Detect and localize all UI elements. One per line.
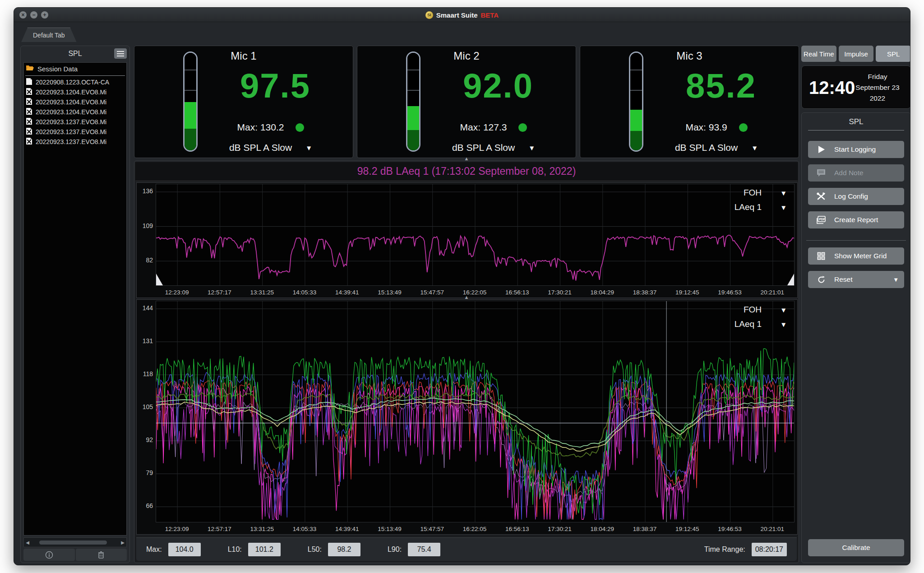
chevron-down-icon[interactable]: ▼ bbox=[780, 189, 787, 197]
session-file-item[interactable]: 20220908.1223.OCTA-CA bbox=[24, 77, 126, 87]
meter-mode-dropdown[interactable]: dB SPL A Slow ▼ bbox=[189, 142, 353, 153]
x-axis-tick: 17:30:21 bbox=[540, 526, 580, 532]
reset-button[interactable]: Reset ▼ bbox=[808, 271, 904, 288]
svg-text:PDF: PDF bbox=[819, 218, 825, 221]
collapse-up-icon[interactable]: ▲ bbox=[464, 156, 469, 161]
x-axis-tick: 17:30:21 bbox=[540, 289, 580, 296]
mic-meters-row: Mic 1 97.5 Max: 130.2 dB SPL A Slow ▼ Mi… bbox=[134, 46, 799, 158]
x-axis-tick: 13:31:25 bbox=[242, 289, 282, 296]
y-axis-tick: 131 bbox=[137, 337, 153, 345]
calibrate-button[interactable]: Calibrate bbox=[808, 539, 904, 556]
max-value: 104.0 bbox=[168, 543, 201, 556]
file-name: 20220923.1204.EVO8.Mi bbox=[36, 98, 106, 106]
y-axis-tick: 92 bbox=[137, 436, 153, 443]
y-axis-tick: 82 bbox=[137, 256, 153, 264]
start-logging-button[interactable]: Start Logging bbox=[808, 141, 904, 158]
app-logo-icon: SI bbox=[425, 11, 433, 19]
l50-value: 98.2 bbox=[328, 543, 360, 556]
level-meter bbox=[406, 51, 420, 152]
clock-weekday: Friday bbox=[851, 71, 904, 82]
x-axis-tick: 16:56:13 bbox=[497, 526, 537, 532]
lower-chart: FOH ▼ LAeq 1 ▼ 14413111810592796612:23:0… bbox=[136, 299, 798, 535]
chevron-down-icon[interactable]: ▼ bbox=[780, 204, 787, 211]
spl-value: 92.0 bbox=[425, 66, 571, 105]
sidebar-title: SPL bbox=[68, 50, 82, 58]
file-info-button[interactable] bbox=[23, 549, 75, 561]
real-time-button[interactable]: Real Time bbox=[801, 46, 836, 62]
clock-date: September 23 bbox=[851, 82, 904, 93]
chevron-down-icon[interactable]: ▼ bbox=[780, 321, 787, 328]
play-icon bbox=[817, 145, 826, 154]
y-axis-tick: 109 bbox=[137, 222, 153, 229]
x-axis-tick: 18:04:29 bbox=[582, 526, 623, 532]
x-axis-tick: 14:05:33 bbox=[284, 289, 325, 296]
impulse-button[interactable]: Impulse bbox=[839, 46, 874, 62]
x-document-icon bbox=[26, 88, 32, 97]
y-axis-tick: 136 bbox=[137, 187, 153, 195]
pdf-icon: PDF bbox=[816, 215, 826, 224]
y-axis-tick: 118 bbox=[137, 370, 153, 377]
x-document-icon bbox=[26, 137, 32, 146]
session-data-folder[interactable]: Session Data bbox=[24, 63, 126, 75]
x-axis-tick: 13:31:25 bbox=[242, 526, 282, 532]
meter-mode-dropdown[interactable]: dB SPL A Slow ▼ bbox=[634, 142, 799, 153]
create-report-button[interactable]: PDF Create Report bbox=[808, 211, 904, 228]
meter-mode-label: dB SPL A Slow bbox=[229, 142, 292, 153]
spl-charts-panel: ▲ 98.2 dB LAeq 1 (17:13:02 September 08,… bbox=[134, 161, 799, 563]
source-dropdown[interactable]: FOH bbox=[744, 305, 762, 315]
x-axis-tick: 19:46:53 bbox=[710, 289, 750, 296]
session-file-item[interactable]: 20220923.1237.EVO8.Mi bbox=[24, 117, 126, 127]
x-axis-tick: 19:12:45 bbox=[667, 526, 707, 532]
x-axis-tick: 14:39:41 bbox=[327, 526, 367, 532]
title-bar: × − + SI Smaart Suite BETA bbox=[14, 8, 910, 22]
delete-file-button[interactable] bbox=[76, 549, 127, 561]
sidebar-scrollbar[interactable]: ◀ ▶ bbox=[23, 537, 127, 547]
chevron-down-icon[interactable]: ▼ bbox=[780, 306, 787, 314]
show-meter-grid-button[interactable]: Show Meter Grid bbox=[808, 247, 904, 265]
chevron-down-icon: ▼ bbox=[893, 276, 899, 283]
upper-chart: FOH ▼ LAeq 1 ▼ 1361098212:23:0912:57:171… bbox=[136, 182, 798, 298]
x-axis-tick: 19:46:53 bbox=[710, 526, 750, 532]
folder-icon bbox=[26, 65, 34, 73]
session-file-item[interactable]: 20220923.1204.EVO8.Mi bbox=[24, 107, 126, 117]
x-axis-tick: 14:39:41 bbox=[327, 289, 367, 296]
time-range-value: 08:20:17 bbox=[752, 543, 787, 556]
x-document-icon bbox=[26, 127, 32, 136]
metric-dropdown[interactable]: LAeq 1 bbox=[735, 319, 762, 329]
spl-metrics-plot[interactable]: FOH ▼ LAeq 1 ▼ bbox=[156, 301, 795, 522]
x-axis-tick: 15:13:49 bbox=[369, 289, 410, 296]
tools-icon bbox=[816, 192, 826, 201]
session-file-item[interactable]: 20220923.1237.EVO8.Mi bbox=[24, 127, 126, 137]
max-value-label: Max: 93.9 bbox=[685, 122, 727, 133]
scroll-left-icon[interactable]: ◀ bbox=[24, 540, 31, 545]
x-axis-tick: 15:13:49 bbox=[369, 526, 410, 532]
meter-panel: Mic 1 97.5 Max: 130.2 dB SPL A Slow ▼ bbox=[134, 46, 353, 158]
laeq-history-plot[interactable]: FOH ▼ LAeq 1 ▼ bbox=[156, 184, 795, 286]
mode-button-row: Real Time Impulse SPL bbox=[801, 46, 910, 62]
scrollbar-thumb[interactable] bbox=[39, 540, 107, 545]
x-axis-tick: 20:21:01 bbox=[752, 289, 793, 296]
log-config-button[interactable]: Log Config bbox=[808, 188, 904, 205]
clock-time: 12:40 bbox=[809, 78, 855, 98]
tab-bar: Default Tab bbox=[14, 22, 910, 43]
x-axis-tick: 12:23:09 bbox=[157, 526, 197, 532]
mic-name: Mic 3 bbox=[580, 50, 799, 62]
l50-label: L50: bbox=[308, 545, 322, 554]
sidebar-menu-button[interactable] bbox=[114, 48, 127, 59]
meter-mode-dropdown[interactable]: dB SPL A Slow ▼ bbox=[411, 142, 576, 153]
session-file-item[interactable]: 20220923.1204.EVO8.Mi bbox=[24, 97, 126, 107]
metric-dropdown[interactable]: LAeq 1 bbox=[735, 202, 762, 212]
tab-default[interactable]: Default Tab bbox=[21, 28, 77, 42]
source-dropdown[interactable]: FOH bbox=[744, 188, 762, 198]
scroll-right-icon[interactable]: ▶ bbox=[119, 540, 126, 545]
spl-sidebar: SPL Session Data 20220908.1223.OCTA-CA20… bbox=[20, 46, 130, 563]
session-file-item[interactable]: 20220923.1237.EVO8.Mi bbox=[24, 137, 126, 147]
add-note-button[interactable]: Add Note bbox=[808, 164, 904, 182]
spl-mode-button[interactable]: SPL bbox=[876, 46, 910, 62]
session-file-item[interactable]: 20220923.1204.EVO8.Mi bbox=[24, 87, 126, 97]
app-window: × − + SI Smaart Suite BETA Default Tab S… bbox=[14, 7, 910, 565]
x-document-icon bbox=[26, 107, 32, 116]
status-led-icon bbox=[739, 123, 748, 132]
y-axis-tick: 144 bbox=[137, 304, 153, 312]
session-file-list: Session Data 20220908.1223.OCTA-CA202209… bbox=[23, 62, 127, 536]
